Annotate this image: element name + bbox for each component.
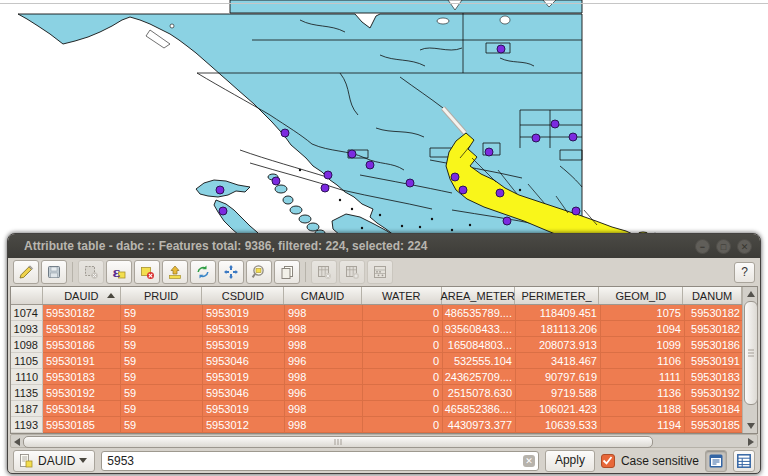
move-selection-to-top-button[interactable] (162, 260, 188, 284)
table-cell[interactable]: 59530184 (685, 401, 742, 417)
delete-column-button[interactable] (311, 260, 337, 284)
table-cell[interactable]: 243625709.... (443, 369, 516, 385)
table-cell[interactable]: 0 (363, 337, 443, 353)
table-cell[interactable]: 59 (121, 321, 203, 337)
column-header-dauid[interactable]: DAUID (43, 287, 121, 304)
table-cell[interactable]: 0 (363, 321, 443, 337)
table-cell[interactable]: 59530191 (685, 353, 742, 369)
table-cell[interactable]: 998 (285, 401, 363, 417)
table-cell[interactable]: 0 (363, 305, 443, 321)
table-cell[interactable]: 59530184 (43, 401, 121, 417)
clear-filter-icon[interactable]: ✕ (523, 455, 535, 467)
table-cell[interactable]: 935608433.... (443, 321, 516, 337)
table-cell[interactable]: 59530182 (685, 321, 742, 337)
table-cell[interactable]: 1194 (601, 417, 685, 433)
row-number[interactable]: 1074 (11, 305, 43, 321)
table-cell[interactable]: 59530182 (43, 305, 121, 321)
table-cell[interactable]: 0 (363, 401, 443, 417)
table-row[interactable]: 1093595301825959530199980935608433....18… (11, 321, 742, 337)
table-row[interactable]: 11935953018559595301299804430973.3771063… (11, 417, 742, 433)
table-cell[interactable]: 59530182 (43, 321, 121, 337)
filter-field-dropdown[interactable]: DAUID (13, 450, 95, 472)
table-cell[interactable]: 208073.913 (516, 337, 601, 353)
column-header-water[interactable]: WATER (362, 287, 442, 304)
column-header-csduid[interactable]: CSDUID (202, 287, 284, 304)
table-cell[interactable]: 532555.104 (443, 353, 516, 369)
table-cell[interactable]: 998 (285, 369, 363, 385)
row-number[interactable]: 1193 (11, 417, 43, 433)
column-header-cmauid[interactable]: CMAUID (284, 287, 362, 304)
table-cell[interactable]: 59530192 (43, 385, 121, 401)
apply-button[interactable]: Apply (545, 450, 595, 472)
table-cell[interactable]: 59 (121, 337, 203, 353)
table-cell[interactable]: 5953019 (203, 321, 285, 337)
table-cell[interactable]: 1094 (601, 321, 685, 337)
table-cell[interactable]: 998 (285, 305, 363, 321)
table-cell[interactable]: 1106 (601, 353, 685, 369)
table-cell[interactable]: 5953046 (203, 353, 285, 369)
table-cell[interactable]: 9719.588 (516, 385, 601, 401)
scroll-left-arrow-icon[interactable] (14, 438, 20, 446)
pan-to-selected-button[interactable] (218, 260, 244, 284)
filter-input[interactable] (101, 451, 539, 471)
table-cell[interactable]: 0 (363, 417, 443, 433)
table-cell[interactable]: 59530185 (43, 417, 121, 433)
table-cell[interactable]: 118409.451 (516, 305, 601, 321)
table-row[interactable]: 1110595301835959530199980243625709....90… (11, 369, 742, 385)
table-cell[interactable]: 59530186 (685, 337, 742, 353)
table-cell[interactable]: 59 (121, 401, 203, 417)
table-cell[interactable]: 59530182 (685, 305, 742, 321)
table-cell[interactable]: 59 (121, 353, 203, 369)
table-cell[interactable]: 10639.533 (516, 417, 601, 433)
deselect-all-button[interactable] (134, 260, 160, 284)
row-number[interactable]: 1093 (11, 321, 43, 337)
horizontal-scrollbar-thumb[interactable] (23, 436, 653, 448)
table-cell[interactable]: 998 (285, 321, 363, 337)
minimize-button[interactable]: − (695, 239, 710, 254)
table-cell[interactable]: 5953019 (203, 369, 285, 385)
table-cell[interactable]: 996 (285, 385, 363, 401)
table-cell[interactable]: 998 (285, 337, 363, 353)
table-cell[interactable]: 90797.619 (516, 369, 601, 385)
toggle-editing-button[interactable] (13, 260, 39, 284)
table-cell[interactable]: 5953019 (203, 401, 285, 417)
column-header-perimeter_[interactable]: PERIMETER_ (515, 287, 600, 304)
table-cell[interactable]: 59 (121, 369, 203, 385)
table-row[interactable]: 1187595301845959530199980465852386....10… (11, 401, 742, 417)
row-number[interactable]: 1110 (11, 369, 43, 385)
scroll-right-arrow-icon[interactable] (748, 438, 754, 446)
window-titlebar[interactable]: Attribute table - dabc :: Features total… (8, 234, 760, 258)
table-cell[interactable]: 996 (285, 353, 363, 369)
table-cell[interactable]: 59530186 (43, 337, 121, 353)
table-cell[interactable]: 486535789.... (443, 305, 516, 321)
table-cell[interactable]: 0 (363, 353, 443, 369)
vertical-scrollbar-thumb[interactable] (744, 301, 758, 405)
map-canvas[interactable] (0, 0, 768, 236)
copy-selected-rows-button[interactable] (274, 260, 300, 284)
help-button[interactable]: ? (734, 262, 755, 283)
table-cell[interactable]: 59 (121, 417, 203, 433)
column-header-danum[interactable]: DANUM (683, 287, 742, 304)
scroll-up-arrow-icon[interactable] (747, 291, 755, 297)
table-cell[interactable]: 5953019 (203, 337, 285, 353)
table-cell[interactable]: 106021.423 (516, 401, 601, 417)
table-cell[interactable]: 0 (363, 385, 443, 401)
table-cell[interactable]: 1111 (601, 369, 685, 385)
table-cell[interactable]: 1136 (601, 385, 685, 401)
table-row[interactable]: 1098595301865959530199980165084803...208… (11, 337, 742, 353)
column-header-area_meter[interactable]: AREA_METER (442, 287, 515, 304)
table-cell[interactable]: 1075 (601, 305, 685, 321)
row-number[interactable]: 1135 (11, 385, 43, 401)
column-header-geom_id[interactable]: GEOM_ID (599, 287, 683, 304)
horizontal-scrollbar[interactable] (10, 434, 758, 448)
zoom-to-selected-button[interactable] (246, 260, 272, 284)
table-cell[interactable]: 59530183 (43, 369, 121, 385)
table-cell[interactable]: 998 (285, 417, 363, 433)
table-cell[interactable]: 59530192 (685, 385, 742, 401)
table-cell[interactable]: 165084803... (443, 337, 516, 353)
table-cell[interactable]: 1099 (601, 337, 685, 353)
field-calculator-button[interactable] (367, 260, 393, 284)
select-by-expression-button[interactable]: ε (106, 260, 132, 284)
table-cell[interactable]: 5953046 (203, 385, 285, 401)
table-row[interactable]: 1105595301915959530469960532555.1043418.… (11, 353, 742, 369)
